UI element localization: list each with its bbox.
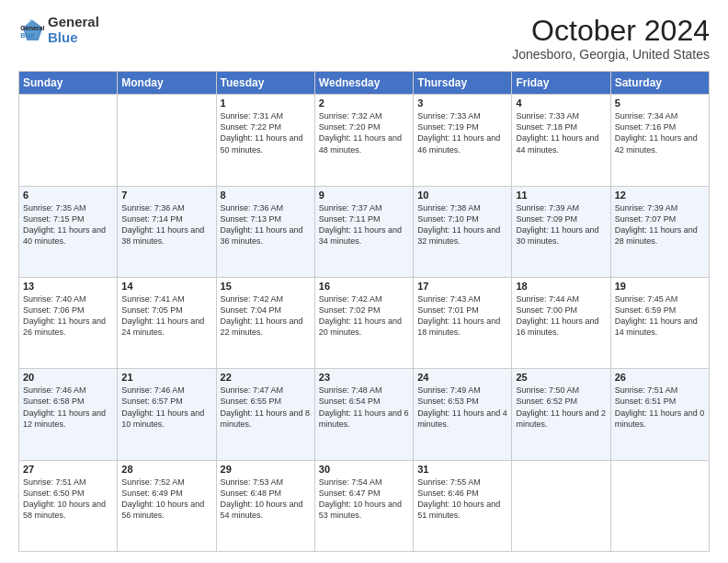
month-title: October 2024: [512, 15, 710, 47]
calendar-cell: 10Sunrise: 7:38 AMSunset: 7:10 PMDayligh…: [414, 186, 512, 277]
svg-text:Blue: Blue: [20, 31, 34, 38]
day-sun-info: Sunrise: 7:52 AMSunset: 6:49 PMDaylight:…: [121, 477, 211, 522]
location-title: Jonesboro, Georgia, United States: [512, 47, 710, 62]
day-sun-info: Sunrise: 7:35 AMSunset: 7:15 PMDaylight:…: [23, 202, 113, 247]
day-number: 5: [615, 98, 705, 109]
day-sun-info: Sunrise: 7:42 AMSunset: 7:04 PMDaylight:…: [221, 293, 311, 339]
day-number: 23: [319, 372, 409, 383]
day-sun-info: Sunrise: 7:32 AMSunset: 7:20 PMDaylight:…: [319, 110, 409, 155]
calendar-cell: 24Sunrise: 7:49 AMSunset: 6:53 PMDayligh…: [414, 369, 512, 460]
calendar-cell: [512, 460, 610, 551]
calendar-cell: 28Sunrise: 7:52 AMSunset: 6:49 PMDayligh…: [118, 460, 216, 551]
calendar-cell: 8Sunrise: 7:36 AMSunset: 7:13 PMDaylight…: [216, 186, 314, 277]
calendar-table: Sunday Monday Tuesday Wednesday Thursday…: [18, 71, 710, 552]
day-sun-info: Sunrise: 7:55 AMSunset: 6:46 PMDaylight:…: [417, 477, 507, 522]
day-number: 7: [121, 190, 211, 201]
page: General Blue General Blue October 2024 J…: [0, 0, 728, 563]
calendar-cell: 7Sunrise: 7:36 AMSunset: 7:14 PMDaylight…: [118, 186, 216, 277]
day-number: 15: [221, 281, 311, 292]
calendar-cell: 22Sunrise: 7:47 AMSunset: 6:55 PMDayligh…: [216, 369, 314, 460]
header: General Blue General Blue October 2024 J…: [18, 15, 710, 62]
day-number: 4: [516, 98, 606, 109]
calendar-cell: 20Sunrise: 7:46 AMSunset: 6:58 PMDayligh…: [19, 369, 118, 460]
day-number: 30: [319, 464, 409, 475]
calendar-cell: 12Sunrise: 7:39 AMSunset: 7:07 PMDayligh…: [610, 186, 709, 277]
col-tuesday: Tuesday: [216, 72, 314, 95]
calendar-cell: 14Sunrise: 7:41 AMSunset: 7:05 PMDayligh…: [118, 277, 216, 368]
calendar-cell: 25Sunrise: 7:50 AMSunset: 6:52 PMDayligh…: [512, 369, 610, 460]
calendar-cell: 15Sunrise: 7:42 AMSunset: 7:04 PMDayligh…: [216, 277, 314, 368]
day-sun-info: Sunrise: 7:42 AMSunset: 7:02 PMDaylight:…: [319, 293, 409, 339]
day-number: 21: [121, 372, 211, 383]
day-number: 10: [417, 190, 507, 201]
day-sun-info: Sunrise: 7:39 AMSunset: 7:07 PMDaylight:…: [615, 202, 705, 247]
logo-text-block: General Blue: [48, 15, 99, 45]
day-number: 11: [516, 190, 606, 201]
day-number: 26: [615, 372, 705, 383]
calendar-cell: 6Sunrise: 7:35 AMSunset: 7:15 PMDaylight…: [19, 186, 118, 277]
calendar-cell: 9Sunrise: 7:37 AMSunset: 7:11 PMDaylight…: [314, 186, 413, 277]
calendar-week-row: 20Sunrise: 7:46 AMSunset: 6:58 PMDayligh…: [19, 369, 710, 460]
col-sunday: Sunday: [19, 72, 118, 95]
day-sun-info: Sunrise: 7:36 AMSunset: 7:14 PMDaylight:…: [121, 202, 211, 247]
day-number: 13: [23, 281, 113, 292]
calendar-cell: 21Sunrise: 7:46 AMSunset: 6:57 PMDayligh…: [118, 369, 216, 460]
day-sun-info: Sunrise: 7:31 AMSunset: 7:22 PMDaylight:…: [221, 110, 311, 155]
day-sun-info: Sunrise: 7:53 AMSunset: 6:48 PMDaylight:…: [221, 477, 311, 522]
day-sun-info: Sunrise: 7:48 AMSunset: 6:54 PMDaylight:…: [319, 385, 409, 430]
logo-name-blue: Blue: [48, 30, 99, 46]
day-number: 24: [417, 372, 507, 383]
col-monday: Monday: [118, 72, 216, 95]
logo: General Blue General Blue: [18, 15, 99, 45]
day-number: 9: [319, 190, 409, 201]
day-number: 17: [417, 281, 507, 292]
logo-name-general: General: [48, 15, 99, 30]
day-sun-info: Sunrise: 7:51 AMSunset: 6:51 PMDaylight:…: [615, 385, 705, 430]
day-number: 20: [23, 372, 113, 383]
day-number: 22: [221, 372, 311, 383]
day-sun-info: Sunrise: 7:46 AMSunset: 6:58 PMDaylight:…: [23, 385, 113, 430]
calendar-week-row: 6Sunrise: 7:35 AMSunset: 7:15 PMDaylight…: [19, 186, 710, 277]
day-sun-info: Sunrise: 7:34 AMSunset: 7:16 PMDaylight:…: [615, 110, 705, 155]
calendar-cell: [610, 460, 709, 551]
calendar-cell: 17Sunrise: 7:43 AMSunset: 7:01 PMDayligh…: [414, 277, 512, 368]
calendar-week-row: 1Sunrise: 7:31 AMSunset: 7:22 PMDaylight…: [19, 95, 710, 186]
day-number: 2: [319, 98, 409, 109]
calendar-week-row: 13Sunrise: 7:40 AMSunset: 7:06 PMDayligh…: [19, 277, 710, 368]
day-sun-info: Sunrise: 7:43 AMSunset: 7:01 PMDaylight:…: [417, 293, 507, 339]
day-sun-info: Sunrise: 7:54 AMSunset: 6:47 PMDaylight:…: [319, 477, 409, 522]
day-sun-info: Sunrise: 7:36 AMSunset: 7:13 PMDaylight:…: [221, 202, 311, 247]
day-number: 16: [319, 281, 409, 292]
day-number: 29: [221, 464, 311, 475]
calendar-cell: 5Sunrise: 7:34 AMSunset: 7:16 PMDaylight…: [610, 95, 709, 186]
calendar-cell: 29Sunrise: 7:53 AMSunset: 6:48 PMDayligh…: [216, 460, 314, 551]
day-number: 8: [221, 190, 311, 201]
day-sun-info: Sunrise: 7:33 AMSunset: 7:18 PMDaylight:…: [516, 110, 606, 155]
day-sun-info: Sunrise: 7:41 AMSunset: 7:05 PMDaylight:…: [121, 293, 211, 339]
day-sun-info: Sunrise: 7:50 AMSunset: 6:52 PMDaylight:…: [516, 385, 606, 430]
day-sun-info: Sunrise: 7:37 AMSunset: 7:11 PMDaylight:…: [319, 202, 409, 247]
day-sun-info: Sunrise: 7:49 AMSunset: 6:53 PMDaylight:…: [417, 385, 507, 430]
title-block: October 2024 Jonesboro, Georgia, United …: [512, 15, 710, 62]
day-sun-info: Sunrise: 7:44 AMSunset: 7:00 PMDaylight:…: [516, 293, 606, 339]
day-number: 31: [417, 464, 507, 475]
col-friday: Friday: [512, 72, 610, 95]
logo-icon: General Blue: [18, 17, 44, 43]
day-sun-info: Sunrise: 7:40 AMSunset: 7:06 PMDaylight:…: [23, 293, 113, 339]
calendar-cell: 31Sunrise: 7:55 AMSunset: 6:46 PMDayligh…: [414, 460, 512, 551]
col-wednesday: Wednesday: [314, 72, 413, 95]
day-sun-info: Sunrise: 7:51 AMSunset: 6:50 PMDaylight:…: [23, 477, 113, 522]
svg-text:General: General: [20, 25, 44, 31]
day-sun-info: Sunrise: 7:47 AMSunset: 6:55 PMDaylight:…: [221, 385, 311, 430]
day-number: 27: [23, 464, 113, 475]
calendar-cell: 19Sunrise: 7:45 AMSunset: 6:59 PMDayligh…: [610, 277, 709, 368]
day-number: 6: [23, 190, 113, 201]
calendar-cell: 18Sunrise: 7:44 AMSunset: 7:00 PMDayligh…: [512, 277, 610, 368]
calendar-cell: [19, 95, 118, 186]
calendar-cell: 30Sunrise: 7:54 AMSunset: 6:47 PMDayligh…: [314, 460, 413, 551]
day-number: 12: [615, 190, 705, 201]
calendar-cell: [118, 95, 216, 186]
calendar-cell: 27Sunrise: 7:51 AMSunset: 6:50 PMDayligh…: [19, 460, 118, 551]
calendar-cell: 2Sunrise: 7:32 AMSunset: 7:20 PMDaylight…: [314, 95, 413, 186]
day-number: 3: [417, 98, 507, 109]
